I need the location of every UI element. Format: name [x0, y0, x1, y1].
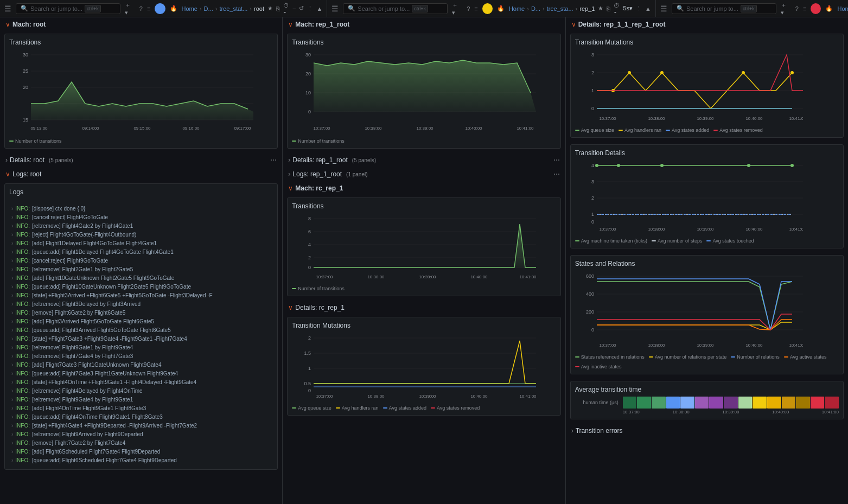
- log-entry-7[interactable]: ›INFO: [rel:remove] Flight2Gate1 by Flig…: [7, 265, 275, 274]
- svg-text:10:41:00: 10:41:00: [789, 116, 803, 121]
- logs-root-toggle: ∨: [5, 170, 10, 178]
- collapse-1[interactable]: ▲: [316, 5, 322, 12]
- transition-errors-header[interactable]: › Transition errors: [566, 424, 848, 438]
- log-entry-5[interactable]: ›INFO: [queue:add] Flight1Delayed Flight…: [7, 248, 275, 257]
- log-entry-16[interactable]: ›INFO: [rel:remove] Flight9Gate1 by Flig…: [7, 343, 275, 352]
- log-entry-0[interactable]: ›INFO: [dispose] ctx done { 0}: [7, 205, 275, 213]
- bc-home-3[interactable]: Home: [837, 5, 848, 12]
- bc-tree-1[interactable]: tree_stat...: [219, 5, 247, 12]
- details-root-header[interactable]: › Details: root (5 panels) ⋯: [0, 153, 282, 167]
- log-entry-29[interactable]: ›INFO: [queue:add] Flight6Scheduled Flig…: [7, 456, 275, 465]
- transitions-chart-rcrep1: Transitions 8 6 4: [287, 197, 560, 296]
- att-heatmap: human time (μs): [575, 397, 839, 409]
- more-1[interactable]: ⋮: [307, 5, 313, 12]
- bc-home-2[interactable]: Home: [509, 5, 525, 12]
- log-entry-26[interactable]: ›INFO: [rel:remove] Flight9Arrived by Fl…: [7, 430, 275, 439]
- log-entry-15[interactable]: ›INFO: [state] +Flight7Gate3 +Flight9Gat…: [7, 335, 275, 343]
- svg-text:10:39:00: 10:39:00: [697, 343, 714, 348]
- legend-dot-green-2: [292, 141, 296, 142]
- bc-home-1[interactable]: Home: [182, 5, 197, 12]
- svg-text:10:39:00: 10:39:00: [697, 116, 714, 121]
- help-icon-2[interactable]: ?: [467, 5, 470, 12]
- bc-rep1-2[interactable]: rep_1: [579, 5, 595, 12]
- mach-rcrep1-header[interactable]: ∨ Mach: rc_rep_1: [283, 181, 565, 195]
- log-entry-14[interactable]: ›INFO: [queue:add] Flight3Arrived Flight…: [7, 326, 275, 335]
- help-icon-3[interactable]: ?: [795, 5, 799, 12]
- legend-text-rcrep1: Number of transitions: [298, 286, 345, 291]
- bc-root-1[interactable]: root: [254, 5, 264, 12]
- details-rep1root-header[interactable]: › Details: rep_1_root (5 panels) ⋯: [283, 153, 565, 167]
- hamburger-icon[interactable]: ☰: [4, 4, 11, 13]
- log-entry-3[interactable]: ›INFO: [reject] Flight4GoToGate(-Flight4…: [7, 231, 275, 239]
- hamburger-icon-3[interactable]: ☰: [660, 4, 667, 13]
- log-entry-12[interactable]: ›INFO: [remove] Flight6Gate2 by Flight6G…: [7, 309, 275, 317]
- collapse-2[interactable]: ▲: [645, 5, 651, 12]
- details-rep11-header[interactable]: ∨ Details: rep_1_1_rep_1_root: [566, 17, 848, 31]
- details-rcrep1-header[interactable]: ∨ Details: rc_rep_1: [283, 301, 565, 315]
- clock-icon-1[interactable]: ⏱▾: [283, 2, 289, 15]
- svg-point-70: [742, 71, 745, 74]
- log-entry-23[interactable]: ›INFO: [add] Flight4OnTime Flight9Gate1 …: [7, 404, 275, 413]
- plus-icon-3[interactable]: ＋ ▾: [781, 1, 791, 16]
- details-rep1root-more[interactable]: ⋯: [553, 156, 560, 164]
- logs-rep1root-header[interactable]: › Logs: rep_1_root (1 panel) ⋯: [283, 167, 565, 181]
- log-entry-11[interactable]: ›INFO: [rel:remove] Flight3Delayed by Fl…: [7, 300, 275, 309]
- log-entry-4[interactable]: ›INFO: [add] Flight1Delayed Flight4GoToG…: [7, 239, 275, 248]
- star-icon-2[interactable]: ★: [598, 5, 603, 12]
- panel-rep11: ∨ Details: rep_1_1_rep_1_root Transition…: [566, 17, 848, 504]
- bc-d-2[interactable]: D...: [531, 5, 540, 12]
- log-entry-18[interactable]: ›INFO: [add] Flight7Gate3 Flight1GateUnk…: [7, 361, 275, 369]
- more-2[interactable]: ⋮: [636, 5, 642, 12]
- svg-text:600: 600: [586, 273, 594, 279]
- log-entry-20[interactable]: ›INFO: [state] +Flight4OnTime +Flight9Ga…: [7, 378, 275, 387]
- star-icon-1[interactable]: ★: [267, 5, 273, 12]
- heatmap-cell-13: [796, 397, 810, 409]
- search-box-2[interactable]: 🔍 Search or jump to... ctrl+k: [343, 3, 448, 14]
- plus-icon-1[interactable]: ＋ ▾: [125, 1, 135, 16]
- log-entry-21[interactable]: ›INFO: [rel:remove] Flight4Delayed by Fl…: [7, 387, 275, 395]
- log-entry-22[interactable]: ›INFO: [rel:remove] Flight9Gate4 by Flig…: [7, 395, 275, 404]
- logs-root-header[interactable]: ∨ Logs: root: [0, 167, 282, 181]
- clock-icon-2[interactable]: ⏱▾: [614, 2, 620, 15]
- share-icon-2[interactable]: ⎘: [607, 5, 610, 12]
- help-icon-1[interactable]: ?: [139, 5, 143, 12]
- log-entry-19[interactable]: ›INFO: [queue:add] Flight7Gate3 Flight1G…: [7, 369, 275, 378]
- mach-rep1root-header[interactable]: ∨ Mach: rep_1_root: [283, 17, 565, 31]
- log-entry-24[interactable]: ›INFO: [queue:add] Flight4OnTime Flight9…: [7, 413, 275, 422]
- log-entry-1[interactable]: ›INFO: [cancel:reject] Flight4GoToGate: [7, 213, 275, 222]
- navbar-2: ☰ 🔍 Search or jump to... ctrl+k ＋ ▾ ? ≡ …: [327, 0, 656, 17]
- log-entry-13[interactable]: ›INFO: [add] Flight3Arrived Flight5GoToG…: [7, 317, 275, 326]
- plus-icon-2[interactable]: ＋ ▾: [452, 1, 462, 16]
- svg-text:10: 10: [305, 90, 311, 95]
- bell-icon-3[interactable]: ≡: [803, 5, 806, 12]
- log-entry-28[interactable]: ›INFO: [add] Flight6Scheduled Flight7Gat…: [7, 448, 275, 456]
- search-box-1[interactable]: 🔍 Search or jump to... ctrl+k: [16, 3, 120, 14]
- search-box-3[interactable]: 🔍 Search or jump to... ctrl+k: [672, 3, 776, 14]
- avatar-2: [482, 3, 493, 14]
- share-icon-1[interactable]: ⎘: [276, 5, 280, 12]
- details-root-title: Details: root: [10, 156, 44, 164]
- log-entry-17[interactable]: ›INFO: [rel:remove] Flight7Gate4 by Flig…: [7, 352, 275, 361]
- svg-text:30: 30: [23, 52, 28, 58]
- log-entry-27[interactable]: ›INFO: [remove] Flight7Gate2 by Flight7G…: [7, 439, 275, 448]
- zoom-out-1[interactable]: −: [292, 5, 296, 12]
- svg-text:10:39:00: 10:39:00: [417, 126, 434, 131]
- log-entry-8[interactable]: ›INFO: [add] Flight10GateUnknown Flight2…: [7, 274, 275, 283]
- svg-text:8: 8: [308, 216, 311, 221]
- bc-tree-2[interactable]: tree_sta...: [547, 5, 573, 12]
- bc-d-1[interactable]: D...: [204, 5, 213, 12]
- interval-2[interactable]: 5s▾: [623, 5, 633, 12]
- mach-root-header[interactable]: ∨ Mach: root: [0, 17, 282, 31]
- log-entry-6[interactable]: ›INFO: [cancel:reject] Flight9GoToGate: [7, 257, 275, 265]
- refresh-1[interactable]: ↺: [299, 5, 304, 12]
- details-rep1root-toggle: ›: [288, 156, 290, 164]
- log-entry-25[interactable]: ›INFO: [state] +Flight4Gate4 +Flight9Dep…: [7, 422, 275, 430]
- details-root-more[interactable]: ⋯: [270, 156, 277, 164]
- logs-rep1root-more[interactable]: ⋯: [553, 170, 560, 178]
- hamburger-icon-2[interactable]: ☰: [331, 4, 339, 13]
- log-entry-2[interactable]: ›INFO: [rel:remove] Flight4Gate2 by Flig…: [7, 222, 275, 231]
- log-entry-10[interactable]: ›INFO: [state] +Flight3Arrived +Flight6G…: [7, 291, 275, 300]
- bell-icon-1[interactable]: ≡: [147, 5, 150, 12]
- log-entry-9[interactable]: ›INFO: [queue:add] Flight10GateUnknown F…: [7, 283, 275, 291]
- bell-icon-2[interactable]: ≡: [474, 5, 477, 12]
